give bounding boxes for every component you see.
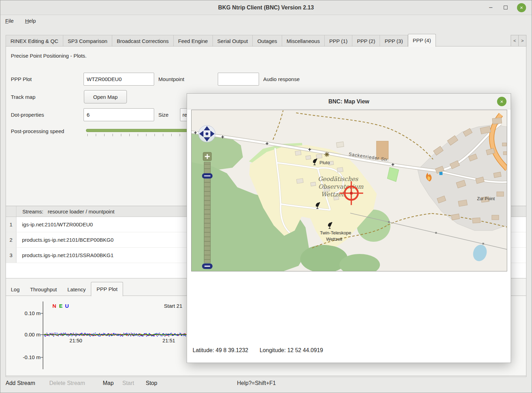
tab-ppp-4[interactable]: PPP (4) [408,34,436,47]
tab-serial-output[interactable]: Serial Output [213,35,253,46]
stream-mountpoint: igs-ip.net:2101/WTZR00DEU0 [16,217,93,232]
row-number: 3 [6,248,16,263]
twin-telescope-label-line2: Wettzell [326,236,342,242]
tab-rinex-editing[interactable]: RINEX Editing & QC [6,35,63,46]
track-map-label: Track map [11,94,35,100]
tab-broadcast-corrections[interactable]: Broadcast Corrections [112,35,173,46]
mountpoint-input[interactable] [218,73,259,86]
title-bar: BKG Ntrip Client (BNC) Version 2.13 – × [0,0,532,15]
streams-header-gutter [6,206,16,217]
tab-ppp-3[interactable]: PPP (3) [380,35,408,46]
tab-sp3-comparison[interactable]: SP3 Comparison [63,35,112,46]
blue-marker-icon [439,172,443,175]
tab-miscellaneous[interactable]: Miscellaneous [282,35,324,46]
y-tick-010: 0.10 m [24,310,41,316]
stream-mountpoint: products.igs-ip.net:2101/BCEP00BKG0 [16,232,114,247]
coordinates-readout: Latitude: 49 8 39.1232 Longitude: 12 52 … [193,347,333,354]
post-processing-speed-label: Post-processing speed [11,128,64,134]
tab-scroll-arrows: < > [511,35,526,46]
maximize-icon [504,6,508,9]
main-tab-bar: RINEX Editing & QC SP3 Comparison Broadc… [6,34,526,46]
plot-start-label: Start 21 [164,303,182,309]
tab-throughput[interactable]: Throughput [25,283,62,296]
y-tick-000: 0.00 m [24,332,41,337]
map-canvas[interactable]: Sackenrieder Str. Pluto Geodätisches Obs… [191,110,507,271]
menu-file[interactable]: File [0,15,19,27]
x-tick-2151: 21:51 [163,338,175,343]
stop-button[interactable]: Stop [146,380,157,386]
legend-n: N [52,303,56,309]
plot-tab-bar: Log Throughput Latency PPP Plot [6,282,123,296]
map-view-dialog: BNC: Map View × [187,93,511,363]
minimize-button[interactable]: – [485,0,497,15]
slider-tick-marks [87,134,187,136]
help-shortcut-label: Help?=Shift+F1 [237,380,276,386]
sun-symbol-icon [324,152,329,157]
tab-ppp-1[interactable]: PPP (1) [324,35,352,46]
tab-ppp-plot[interactable]: PPP Plot [91,282,123,296]
size-label: Size [158,112,168,118]
audio-response-label: Audio response [263,76,300,82]
latitude-value: Latitude: 49 8 39.1232 [193,347,248,353]
row-number: 1 [6,217,16,232]
pluto-label: Pluto [319,160,330,165]
ppp-plot-label: PPP Plot [11,76,32,82]
tab-log[interactable]: Log [6,283,25,296]
tab-ppp-2[interactable]: PPP (2) [352,35,380,46]
maximize-button[interactable] [499,0,511,15]
bottom-bar: Add Stream Delete Stream Map Start Stop … [0,375,532,393]
close-button[interactable]: × [517,3,526,12]
post-processing-speed-slider[interactable] [86,129,188,132]
open-map-button[interactable]: Open Map [84,90,127,103]
zur-point-label: Zur Point [477,196,495,201]
dialog-close-button[interactable]: × [497,97,506,106]
observatory-label-line3: Wettzell [321,191,346,198]
x-tick-2150: 21:50 [70,338,82,343]
ppp-plot-input[interactable] [84,73,154,86]
twin-telescope-label-line1: Twin-Teleskope [320,230,351,235]
row-number: 2 [6,232,16,247]
tab-latency[interactable]: Latency [62,283,91,296]
window-title: BKG Ntrip Client (BNC) Version 2.13 [0,0,532,15]
tab-scroll-left-icon[interactable]: < [511,35,519,46]
mountpoint-label: Mountpoint [158,76,184,82]
start-button: Start [122,380,134,386]
dot-properties-label: Dot-properties [11,112,44,118]
tab-outages[interactable]: Outages [252,35,282,46]
tab-scroll-right-icon[interactable]: > [518,35,526,46]
delete-stream-button: Delete Stream [49,380,85,386]
observatory-label-line1: Geodätisches [318,175,358,182]
stream-mountpoint: products.igs-ip.net:2101/SSRA00BKG1 [16,248,114,263]
tab-feed-engine[interactable]: Feed Engine [173,35,213,46]
longitude-value: Longitude: 12 52 44.0919 [260,347,323,353]
legend-e: E [59,303,63,309]
streams-header-text: Streams: resource loader / mountpoint [16,206,114,217]
y-tick-neg010: -0.10 m [23,354,41,360]
menu-bar: File Help [0,15,532,28]
dot-properties-input[interactable] [84,108,154,121]
menu-help[interactable]: Help [20,15,41,27]
dialog-title-bar: BNC: Map View × [187,94,511,109]
map-button[interactable]: Map [103,380,114,386]
legend-u: U [65,303,69,309]
app-window: BKG Ntrip Client (BNC) Version 2.13 – × … [0,0,532,393]
add-stream-button[interactable]: Add Stream [6,380,35,386]
dialog-title: BNC: Map View [187,94,511,109]
panel-heading: Precise Point Positioning - Plots. [11,53,87,59]
pan-control[interactable] [199,125,215,142]
